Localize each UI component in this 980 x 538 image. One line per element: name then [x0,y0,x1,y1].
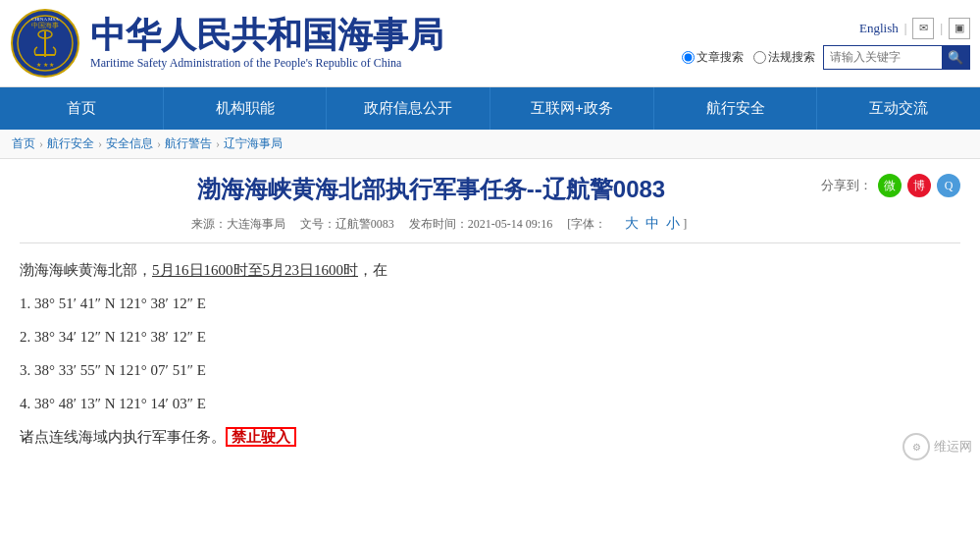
pub-time-text: 发布时间：2021-05-14 09:16 [409,217,552,231]
body-line-5: 4. 38° 48′ 13″ N 121° 14′ 03″ E [20,389,882,418]
search-button[interactable]: 🔍 [942,46,969,69]
divider-1: | [904,21,907,36]
site-title-en: Maritime Safety Administration of the Pe… [90,56,443,71]
search-area: 文章搜索 法规搜索 🔍 [682,45,970,70]
body-line-3: 2. 38° 34′ 12″ N 121° 38′ 12″ E [20,322,882,351]
logo-icon: 中国海事 ★ ★ ★ CHINA MSA [10,8,80,79]
nav-internet[interactable]: 互联网+政务 [490,87,654,130]
top-links: English | ✉ | ▣ [859,18,970,39]
breadcrumb-safety-info[interactable]: 安全信息 [106,135,153,152]
watermark-text: 维运网 [934,438,972,456]
radio-law-label[interactable]: 法规搜索 [753,49,815,66]
search-input[interactable] [824,47,942,67]
breadcrumb-liaoning[interactable]: 辽宁海事局 [224,135,283,152]
divider-2: | [940,21,943,36]
font-large-link[interactable]: 大 [625,216,639,231]
article-meta: 来源：大连海事局 文号：辽航警0083 发布时间：2021-05-14 09:1… [20,215,960,243]
sep-3: › [157,136,161,151]
main-content: 分享到： 微 博 Q 渤海海峡黄海北部执行军事任务--辽航警0083 来源：大连… [0,159,980,470]
mail-icon[interactable]: ✉ [912,18,934,39]
sep-4: › [216,136,220,151]
breadcrumb-safety[interactable]: 航行安全 [47,135,94,152]
radio-law[interactable] [753,51,766,64]
english-link[interactable]: English [859,21,899,36]
nav-home[interactable]: 首页 [0,87,164,130]
site-title-cn: 中华人民共和国海事局 [90,16,443,55]
body-line-6: 诸点连线海域内执行军事任务。禁止驶入 [20,422,882,452]
share-label: 分享到： [821,177,872,194]
font-size-options: [字体： 大 中 小 ] [567,217,698,231]
body-line-2: 1. 38° 51′ 41″ N 121° 38′ 12″ E [20,289,882,318]
logo-area: 中国海事 ★ ★ ★ CHINA MSA 中华人民共和国海事局 Maritime… [10,8,443,79]
svg-text:★ ★ ★: ★ ★ ★ [36,62,54,68]
search-radios: 文章搜索 法规搜索 [682,49,815,66]
radio-article[interactable] [682,51,695,64]
share-wechat-button[interactable]: 微 [878,174,902,197]
breadcrumb-warning[interactable]: 航行警告 [165,135,212,152]
red-box-text: 禁止驶入 [226,427,296,447]
share-weibo-button[interactable]: 博 [907,174,931,197]
nav-bar: 首页 机构职能 政府信息公开 互联网+政务 航行安全 互动交流 [0,87,980,130]
body-line-1: 渤海海峡黄海北部，5月16日1600时至5月23日1600时，在 [20,255,882,285]
radio-article-label[interactable]: 文章搜索 [682,49,744,66]
nav-interaction[interactable]: 互动交流 [817,87,980,130]
search-box: 🔍 [823,45,970,70]
svg-text:中国海事: 中国海事 [31,22,59,29]
header: 中国海事 ★ ★ ★ CHINA MSA 中华人民共和国海事局 Maritime… [0,0,980,87]
font-small-link[interactable]: 小 [666,216,680,231]
article-body: 渤海海峡黄海北部，5月16日1600时至5月23日1600时，在 1. 38° … [20,255,960,452]
breadcrumb: 首页 › 航行安全 › 安全信息 › 航行警告 › 辽宁海事局 [0,130,980,159]
rss-icon[interactable]: ▣ [949,18,970,39]
body-line-4: 3. 38° 33′ 55″ N 121° 07′ 51″ E [20,355,882,385]
watermark: ⚙ 维运网 [903,433,972,460]
font-label: [字体： [567,217,606,231]
underline-date: 5月16日1600时至5月23日1600时 [152,262,358,278]
source-text: 来源：大连海事局 [191,217,285,231]
radio-law-text: 法规搜索 [768,49,815,66]
svg-text:CHINA MSA: CHINA MSA [31,17,59,22]
article-title: 渤海海峡黄海北部执行军事任务--辽航警0083 [20,174,960,205]
nav-org[interactable]: 机构职能 [164,87,328,130]
breadcrumb-home[interactable]: 首页 [12,135,35,152]
radio-article-text: 文章搜索 [696,49,744,66]
nav-safety[interactable]: 航行安全 [654,87,818,130]
sep-1: › [39,136,43,151]
share-area: 分享到： 微 博 Q [821,174,960,197]
nav-gov-info[interactable]: 政府信息公开 [327,87,490,130]
font-mid-link[interactable]: 中 [645,216,659,231]
share-qq-button[interactable]: Q [937,174,960,197]
sep-2: › [98,136,102,151]
watermark-icon: ⚙ [903,433,930,460]
logo-text: 中华人民共和国海事局 Maritime Safety Administratio… [90,16,443,72]
doc-no-text: 文号：辽航警0083 [300,217,394,231]
header-right: English | ✉ | ▣ 文章搜索 法规搜索 🔍 [682,18,970,70]
